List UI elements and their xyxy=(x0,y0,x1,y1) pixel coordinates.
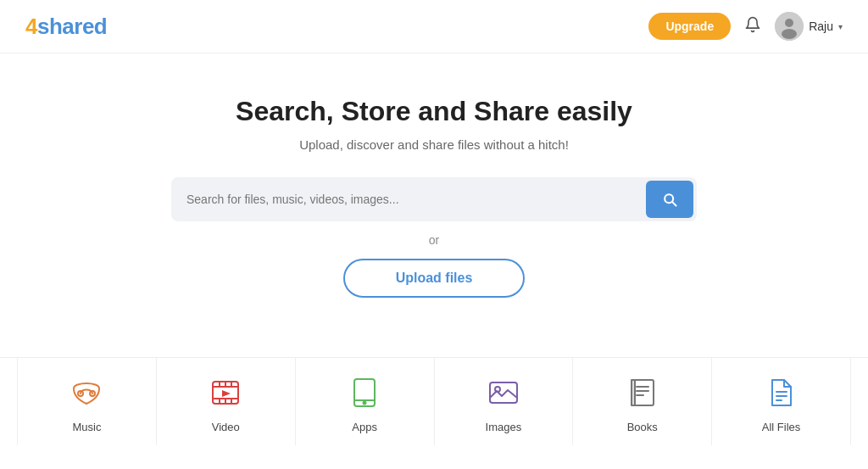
bell-icon[interactable] xyxy=(744,16,761,37)
category-music[interactable]: Music xyxy=(17,358,157,445)
header: 4shared Upgrade Raju ▾ xyxy=(0,0,868,53)
music-label: Music xyxy=(72,421,101,433)
logo-text: shared xyxy=(37,14,107,39)
search-bar xyxy=(171,177,697,221)
svg-point-17 xyxy=(364,402,366,405)
header-right: Upgrade Raju ▾ xyxy=(648,12,843,41)
hero-title: Search, Store and Share easily xyxy=(236,96,632,127)
images-label: Images xyxy=(486,421,522,433)
or-text: or xyxy=(429,233,439,247)
search-input[interactable] xyxy=(171,181,643,218)
svg-point-2 xyxy=(782,29,797,39)
categories-section: Music Video xyxy=(0,357,868,445)
user-name: Raju xyxy=(809,20,833,33)
logo: 4shared xyxy=(25,14,107,40)
avatar xyxy=(775,12,804,41)
logo-four: 4 xyxy=(25,14,37,39)
allfiles-icon xyxy=(762,373,801,412)
svg-rect-24 xyxy=(632,380,635,405)
video-label: Video xyxy=(212,421,240,433)
apps-icon xyxy=(345,373,384,412)
apps-label: Apps xyxy=(352,421,377,433)
books-icon xyxy=(623,373,662,412)
svg-marker-14 xyxy=(222,390,231,397)
video-icon xyxy=(206,373,245,412)
chevron-down-icon: ▾ xyxy=(838,22,843,31)
images-icon xyxy=(484,373,523,412)
allfiles-label: All Files xyxy=(762,421,801,433)
category-allfiles[interactable]: All Files xyxy=(712,358,851,445)
category-video[interactable]: Video xyxy=(157,358,296,445)
svg-point-1 xyxy=(785,19,793,27)
music-icon xyxy=(67,373,106,412)
upgrade-button[interactable]: Upgrade xyxy=(648,13,731,40)
books-label: Books xyxy=(627,421,658,433)
category-books[interactable]: Books xyxy=(573,358,712,445)
user-menu[interactable]: Raju ▾ xyxy=(775,12,843,41)
hero-section: Search, Store and Share easily Upload, d… xyxy=(0,53,868,357)
category-apps[interactable]: Apps xyxy=(296,358,435,445)
search-icon xyxy=(661,191,678,208)
category-images[interactable]: Images xyxy=(435,358,574,445)
search-button[interactable] xyxy=(646,181,693,218)
upload-button[interactable]: Upload files xyxy=(343,259,526,298)
hero-subtitle: Upload, discover and share files without… xyxy=(299,137,569,152)
